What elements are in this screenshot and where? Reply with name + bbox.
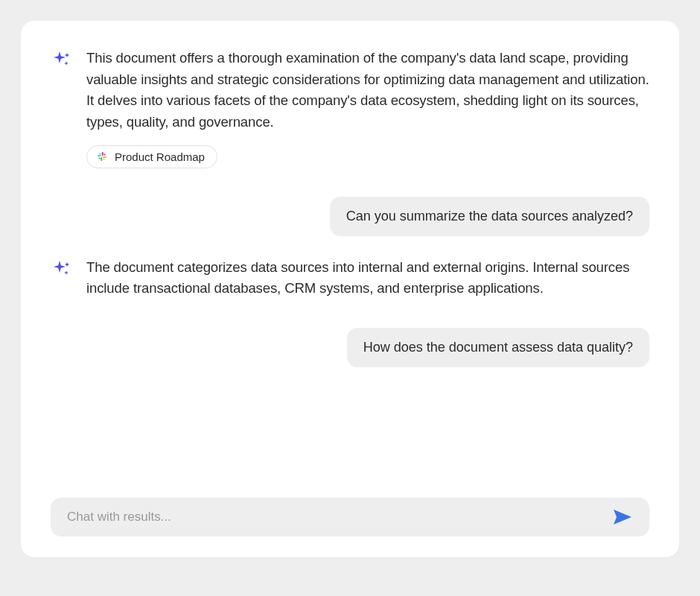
svg-rect-1 bbox=[101, 157, 102, 161]
send-icon bbox=[612, 508, 633, 526]
ai-message: The document categorizes data sources in… bbox=[51, 257, 649, 299]
svg-point-7 bbox=[103, 159, 104, 160]
user-message-bubble: How does the document assess data qualit… bbox=[347, 328, 649, 367]
chat-card: This document offers a thorough examinat… bbox=[21, 21, 679, 557]
ai-message-content: This document offers a thorough examinat… bbox=[86, 48, 649, 168]
svg-rect-0 bbox=[98, 155, 101, 156]
svg-rect-2 bbox=[103, 156, 106, 158]
user-message-row: Can you summarize the data sources analy… bbox=[51, 197, 649, 236]
sparkle-icon bbox=[51, 259, 73, 281]
svg-point-4 bbox=[98, 158, 100, 159]
chat-input-bar bbox=[51, 498, 649, 536]
user-message-bubble: Can you summarize the data sources analy… bbox=[330, 197, 649, 236]
svg-point-6 bbox=[99, 153, 101, 155]
ai-message: This document offers a thorough examinat… bbox=[51, 48, 649, 168]
slack-icon bbox=[96, 150, 108, 162]
chat-input[interactable] bbox=[67, 510, 600, 524]
messages-list: This document offers a thorough examinat… bbox=[51, 48, 649, 483]
svg-rect-3 bbox=[102, 152, 104, 156]
ai-message-content: The document categorizes data sources in… bbox=[86, 257, 649, 299]
send-button[interactable] bbox=[612, 508, 633, 526]
sparkle-icon bbox=[51, 49, 73, 72]
svg-point-5 bbox=[104, 154, 105, 156]
source-chip-label: Product Roadmap bbox=[115, 150, 205, 163]
source-chip-row: Product Roadmap bbox=[86, 145, 649, 168]
ai-message-text: The document categorizes data sources in… bbox=[86, 257, 649, 299]
ai-message-text: This document offers a thorough examinat… bbox=[86, 48, 649, 133]
source-chip[interactable]: Product Roadmap bbox=[86, 145, 217, 168]
user-message-row: How does the document assess data qualit… bbox=[51, 328, 649, 367]
